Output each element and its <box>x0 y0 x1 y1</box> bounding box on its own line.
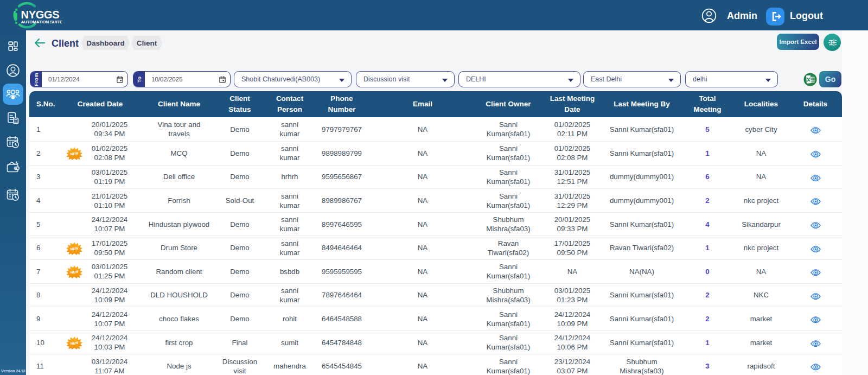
svg-text:NYGGS: NYGGS <box>21 9 60 21</box>
svg-text:AUTOMATION SUITE: AUTOMATION SUITE <box>21 20 62 24</box>
